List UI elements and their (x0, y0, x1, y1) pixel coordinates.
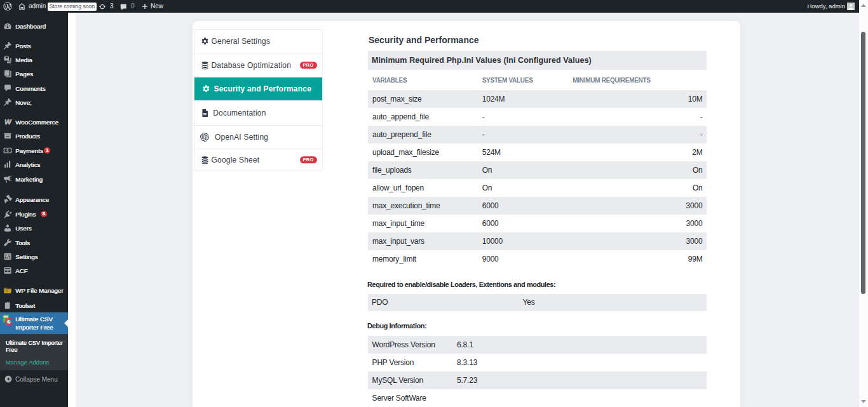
svg-text:W: W (4, 117, 12, 125)
